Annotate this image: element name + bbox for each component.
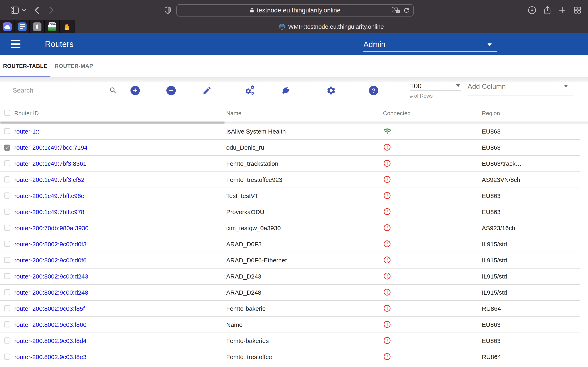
search-input[interactable] (12, 85, 107, 95)
app-bar: Routers Admin ? (0, 33, 588, 55)
router-region: AS923VN/8ch (482, 176, 520, 183)
router-id-link[interactable]: router-200:8002:9c00:d0f3 (14, 241, 86, 248)
error-icon (383, 288, 391, 297)
router-id-link[interactable]: router-200:70db:980a:3930 (14, 225, 89, 231)
router-id-link[interactable]: router-200:1c49:7bf3:cf52 (14, 176, 85, 183)
pinned-tab-firebase[interactable] (60, 20, 74, 33)
row-checkbox[interactable] (4, 337, 10, 343)
sidebar-menu-button[interactable] (21, 0, 27, 20)
downloads-button[interactable] (527, 0, 537, 20)
router-id-link[interactable]: router-200:1c49:7bf3:8361 (14, 160, 86, 167)
help-circle-icon: ? (369, 86, 378, 95)
row-checkbox[interactable] (4, 241, 10, 247)
error-icon (383, 208, 391, 216)
column-header-name[interactable]: Name (226, 110, 382, 117)
router-region: EU863 (482, 128, 501, 135)
tab-title: WMIF:testnode.eu.thingularity.online (288, 24, 384, 30)
settings-button[interactable] (326, 85, 337, 96)
row-checkbox[interactable] (4, 273, 10, 279)
row-checkbox[interactable] (4, 289, 10, 295)
column-header-region[interactable]: Region (482, 110, 580, 117)
router-id-link[interactable]: router-200:1c49:7bff:c978 (14, 209, 84, 215)
new-tab-button[interactable] (557, 0, 568, 20)
user-role-select[interactable]: Admin (363, 38, 497, 52)
user-role-value: Admin (363, 40, 385, 49)
router-name: Femto_trackstation (226, 160, 278, 167)
table-row: router-200:8002:9c00:d243 ARAD_D243 IL91… (0, 268, 580, 285)
url-bar[interactable]: testnode.eu.thingularity.online A (176, 4, 414, 17)
tab-router-table[interactable]: ROUTER-TABLE (0, 55, 51, 77)
translate-button[interactable]: A (392, 7, 400, 15)
router-name: IsAlive System Health (226, 128, 286, 135)
pinned-tab-info[interactable] (30, 20, 44, 33)
column-header-connected[interactable]: Connected (382, 110, 482, 117)
rows-per-page-select[interactable]: 100 # of Rows (410, 81, 461, 99)
download-icon (528, 6, 536, 15)
forward-button[interactable] (47, 0, 56, 20)
table-row: router-200:8002:9c03:f860 Name EU863 (0, 317, 580, 333)
edit-router-button[interactable] (202, 85, 212, 96)
add-router-button[interactable]: + (130, 85, 140, 96)
row-checkbox[interactable] (4, 321, 10, 327)
row-checkbox[interactable] (4, 209, 10, 215)
rows-per-page-label: # of Rows (410, 93, 461, 99)
sidebar-toggle-button[interactable] (10, 0, 19, 20)
row-checkbox[interactable] (4, 192, 10, 199)
reload-button[interactable] (403, 7, 410, 14)
router-id-link[interactable]: router-200:1c49:7bcc:7194 (14, 144, 87, 151)
router-id-link[interactable]: router-200:8002:9c03:f8e3 (14, 354, 86, 360)
row-checkbox[interactable] (4, 128, 10, 134)
add-column-select[interactable]: Add Column (467, 81, 573, 95)
shield-icon (165, 7, 171, 14)
scrollbar-thumb[interactable] (0, 122, 225, 124)
router-name: ProverkaODU (226, 209, 264, 215)
row-checkbox[interactable] (4, 225, 10, 231)
share-button[interactable] (542, 0, 553, 20)
error-icon (383, 336, 391, 345)
search-icon (109, 86, 117, 95)
pinned-tab-docs[interactable] (15, 20, 29, 33)
remove-router-button[interactable]: − (166, 85, 176, 96)
privacy-report-button[interactable] (163, 0, 172, 20)
table-header: Router ID Name Connected Region (0, 105, 580, 122)
router-id-link[interactable]: router-200:8002:9c00:d248 (14, 289, 88, 296)
router-id-link[interactable]: router-200:8002:9c00:d243 (14, 273, 88, 280)
router-name: ixm_testgw_0a3930 (226, 225, 281, 231)
active-tab[interactable]: WMIF:testnode.eu.thingularity.online (75, 20, 588, 33)
table-row: router-200:8002:9c00:d0f3 ARAD_D0F3 IL91… (0, 236, 580, 252)
tab-overview-button[interactable] (572, 0, 583, 20)
table-row: router-200:8002:9c03:f85f Femto-bakerie … (0, 301, 580, 317)
connect-button[interactable] (281, 85, 291, 96)
horizontal-scrollbar[interactable] (0, 122, 588, 124)
router-id-link[interactable]: router-1:: (14, 128, 39, 135)
error-icon (383, 320, 391, 329)
select-underline (410, 91, 461, 91)
row-checkbox[interactable] (4, 145, 10, 151)
minus-circle-icon: − (166, 86, 176, 95)
menu-button[interactable] (11, 40, 20, 48)
row-checkbox[interactable] (4, 354, 10, 360)
router-region: IL915/std (482, 289, 507, 296)
router-id-link[interactable]: router-200:8002:9c03:f860 (14, 321, 86, 328)
select-all-checkbox[interactable] (4, 110, 10, 116)
router-id-link[interactable]: router-200:8002:9c03:f85f (14, 305, 85, 312)
router-id-link[interactable]: router-200:1c49:7bff:c96e (14, 192, 84, 199)
pinned-tab-cloud[interactable] (0, 20, 15, 33)
gear-icon (326, 86, 336, 95)
back-button[interactable] (33, 0, 41, 20)
router-name: Femto-bakeries (226, 337, 269, 344)
add-column-value: Add Column (467, 81, 573, 91)
row-checkbox[interactable] (4, 176, 10, 183)
row-checkbox[interactable] (4, 257, 10, 263)
router-id-link[interactable]: router-200:8002:9c00:d0f6 (14, 257, 86, 264)
router-name: Femto_trestoffce (226, 354, 272, 360)
table-help-button[interactable]: ? (368, 85, 379, 96)
pinned-tab-usda[interactable]: USDA (45, 20, 59, 33)
tab-router-map[interactable]: ROUTER-MAP (52, 55, 96, 77)
services-button[interactable] (244, 85, 256, 96)
chevron-down-icon (456, 84, 460, 87)
row-checkbox[interactable] (4, 160, 10, 166)
column-header-router-id[interactable]: Router ID (11, 110, 226, 117)
row-checkbox[interactable] (4, 305, 10, 311)
router-id-link[interactable]: router-200:8002:9c03:f8d4 (14, 337, 86, 344)
